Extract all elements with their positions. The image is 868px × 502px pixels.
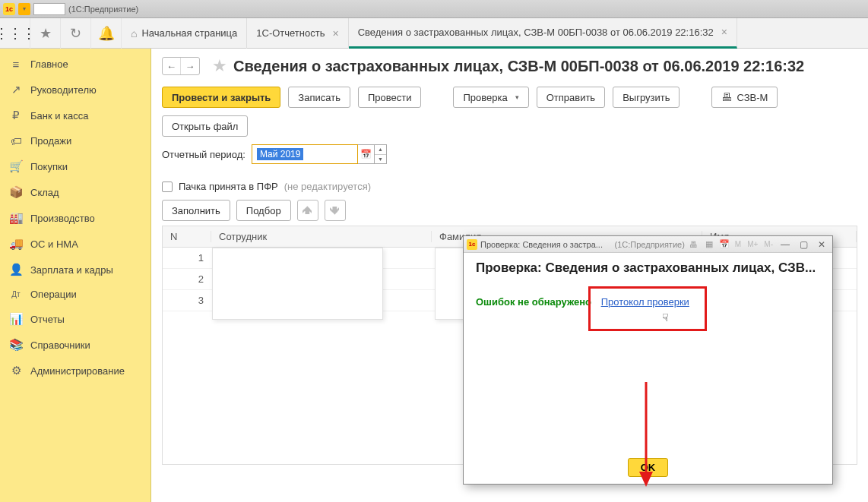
app-title: (1С:Предприятие) [68,5,138,14]
spin-down-icon[interactable]: ▼ [375,155,386,164]
sidebar-item-operations[interactable]: ДтОперации [0,283,150,306]
calendar-icon[interactable]: 📅 [718,239,730,249]
nav-back-forward: ← → [162,57,200,75]
no-errors-message: Ошибок не обнаружено [476,296,591,308]
nav-forward-button[interactable]: → [181,58,199,74]
spin-up-icon[interactable]: ▲ [375,145,386,155]
tab-bar: ⌂ Начальная страница 1С-Отчетность × Све… [122,18,737,49]
books-icon: 📚 [9,338,23,352]
post-button[interactable]: Провести [358,87,422,108]
export-button[interactable]: Выгрузить [613,87,680,108]
fill-button[interactable]: Заполнить [162,200,230,221]
svg-marker-1 [639,472,653,487]
open-file-button[interactable]: Открыть файл [162,115,248,137]
save-button[interactable]: Записать [288,87,350,108]
favorites-icon[interactable]: ★ [30,18,61,49]
dialog-titlebar[interactable]: 1c Проверка: Сведения о застра... (1С:Пр… [464,236,832,253]
sidebar-item-purchases[interactable]: 🛒Покупки [0,153,150,179]
ruble-icon: ₽ [9,109,23,122]
person-icon: 👤 [9,263,23,276]
print-szvm-button[interactable]: 🖶СЗВ-М [711,87,778,108]
sidebar-item-label: Главное [30,58,68,70]
barchart-icon: 📊 [9,312,23,326]
page-title: Сведения о застрахованных лицах, СЗВ-М 0… [233,58,804,75]
window-titlebar: 1c ▾ (1С:Предприятие) [0,0,868,18]
calendar-button[interactable]: 📅 [358,144,375,164]
move-down-button[interactable]: 🢃 [325,200,346,221]
sidebar-item-label: ОС и НМА [30,238,78,250]
button-label: Выгрузить [622,92,670,103]
tab-document[interactable]: Сведения о застрахованных лицах, СЗВ-М 0… [349,18,737,49]
print-icon[interactable]: 🖶 [688,240,700,249]
sidebar-item-label: Отчеты [30,314,65,325]
button-label: Провести [368,92,412,103]
pack-accepted-hint: (не редактируется) [284,181,371,192]
app-logo-icon: 1c [467,239,477,250]
col-n[interactable]: N [163,231,211,242]
m-button[interactable]: M [733,240,743,248]
grid-icon[interactable]: ▦ [703,239,715,249]
close-icon[interactable]: × [721,26,727,38]
favorite-star-icon[interactable]: ★ [212,56,227,76]
check-result-dialog: 1c Проверка: Сведения о застра... (1С:Пр… [463,235,833,485]
print-icon: 🖶 [721,91,732,103]
row-number: 1 [163,252,211,264]
check-dropdown-button[interactable]: Проверка▾ [453,87,528,108]
sidebar-item-warehouse[interactable]: 📦Склад [0,179,150,205]
sidebar-item-label: Продажи [30,135,71,147]
debit-credit-icon: Дт [9,290,23,298]
box-icon: 📦 [9,185,23,199]
tab-label: Сведения о застрахованных лицах, СЗВ-М 0… [358,27,714,38]
sidebar-item-label: Покупки [30,161,68,172]
move-up-button[interactable]: 🢁 [297,200,318,221]
send-button[interactable]: Отправить [537,87,605,108]
tag-icon: 🏷 [9,134,23,147]
sidebar-item-label: Руководителю [30,84,97,96]
sidebar-item-label: Операции [30,289,77,300]
sidebar-item-assets[interactable]: 🚚ОС и НМА [0,231,150,257]
tab-home[interactable]: ⌂ Начальная страница [122,18,247,49]
chart-up-icon: ↗ [9,83,23,96]
close-icon[interactable]: ✕ [814,239,829,250]
sidebar-item-reports[interactable]: 📊Отчеты [0,306,150,332]
apps-icon[interactable]: ⋮⋮⋮ [0,18,30,49]
sidebar-item-main[interactable]: ≡Главное [0,52,150,77]
dialog-app-suffix: (1С:Предприятие) [615,240,685,249]
pack-accepted-checkbox[interactable] [162,182,173,192]
sidebar-item-production[interactable]: 🏭Производство [0,205,150,231]
notifications-icon[interactable]: 🔔 [91,18,122,49]
close-icon[interactable]: × [332,27,338,39]
period-value: Май 2019 [257,148,304,160]
pick-button[interactable]: Подбор [236,200,291,221]
post-and-close-button[interactable]: Провести и закрыть [162,87,280,108]
history-icon[interactable]: ↻ [61,18,91,49]
protocol-link[interactable]: Протокол проверки [601,296,689,308]
button-label: Провести и закрыть [172,92,271,103]
titlebar-dropdown-icon[interactable]: ▾ [18,3,30,15]
app-logo-icon: 1c [3,3,15,15]
sidebar-item-manager[interactable]: ↗Руководителю [0,77,150,103]
minimize-icon[interactable]: — [778,239,793,250]
sidebar-item-admin[interactable]: ⚙Администрирование [0,358,150,384]
button-label: Подбор [246,205,281,216]
dialog-heading: Проверка: Сведения о застрахованных лица… [464,253,832,282]
maximize-icon[interactable]: ▢ [796,239,811,250]
titlebar-blank [33,3,65,15]
tab-reporting[interactable]: 1С-Отчетность × [247,18,348,49]
sidebar-item-sales[interactable]: 🏷Продажи [0,128,150,153]
row-number: 2 [163,273,211,285]
sidebar-item-references[interactable]: 📚Справочники [0,332,150,358]
sidebar-item-label: Зарплата и кадры [30,264,113,276]
employee-popup [212,248,383,320]
col-employee[interactable]: Сотрудник [211,231,432,242]
m-plus-button[interactable]: M+ [746,240,759,248]
period-input[interactable]: Май 2019 [252,144,358,164]
period-spinner[interactable]: ▲▼ [375,144,387,164]
m-minus-button[interactable]: M- [762,240,775,248]
sidebar-item-bank[interactable]: ₽Банк и касса [0,103,150,128]
button-label: Отправить [546,92,595,103]
nav-back-button[interactable]: ← [163,58,181,74]
pack-accepted-label: Пачка принята в ПФР [179,181,278,192]
cursor-icon: ☟ [662,311,669,324]
sidebar-item-hr[interactable]: 👤Зарплата и кадры [0,257,150,283]
